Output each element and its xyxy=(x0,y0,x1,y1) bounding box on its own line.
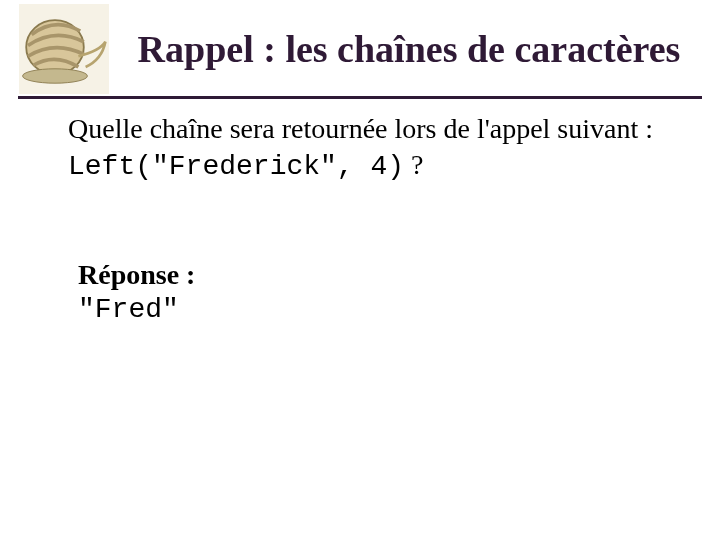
answer-block: Réponse : "Fred" xyxy=(68,257,684,329)
body: Quelle chaîne sera retournée lors de l'a… xyxy=(0,99,720,328)
question-mark: ? xyxy=(411,149,423,180)
spacer xyxy=(68,185,684,257)
question-code-line: Left("Frederick", 4) ? xyxy=(68,147,684,185)
question-intro: Quelle chaîne sera retournée lors de l'a… xyxy=(68,113,653,144)
answer-value: "Fred" xyxy=(78,292,684,328)
answer-label: Réponse : xyxy=(78,257,684,293)
title-row: Rappel : les chaînes de caractères xyxy=(0,0,720,94)
slide-title: Rappel : les chaînes de caractères xyxy=(116,28,702,71)
svg-point-2 xyxy=(23,69,88,83)
code-expression: Left("Frederick", 4) xyxy=(68,151,404,182)
question-text: Quelle chaîne sera retournée lors de l'a… xyxy=(68,111,684,147)
slide: Rappel : les chaînes de caractères Quell… xyxy=(0,0,720,540)
twine-icon xyxy=(18,4,110,94)
